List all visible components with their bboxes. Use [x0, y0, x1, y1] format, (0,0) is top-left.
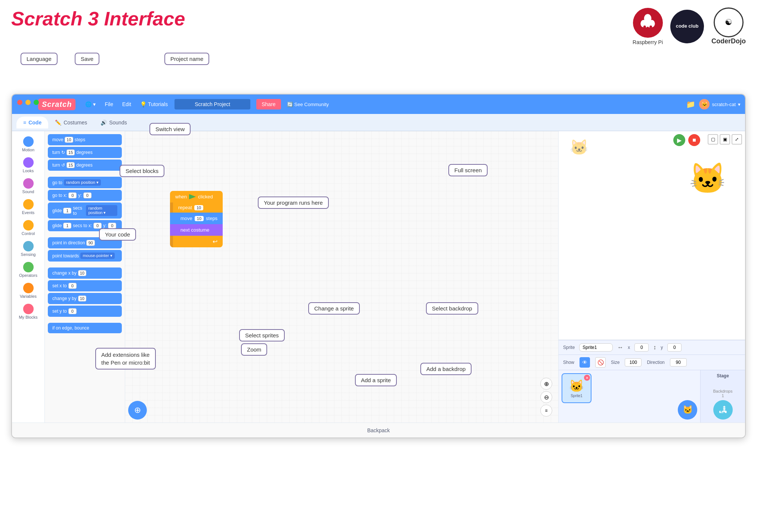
user-menu[interactable]: 🐱 scratch-cat ▾ [699, 99, 741, 109]
repeat-block[interactable]: repeat 10 [170, 202, 223, 213]
hat-block[interactable]: when clicked [170, 191, 223, 202]
green-flag-button[interactable]: ▶ [673, 134, 685, 146]
zoom-controls: ⊕ ⊖ ≡ [540, 378, 552, 417]
annotation-programruns: Your program runs here [258, 197, 329, 209]
workspace-background [125, 131, 558, 423]
stop-button[interactable]: ■ [688, 134, 700, 146]
annotation-yourcode: Your code [99, 228, 136, 241]
size-input[interactable] [625, 358, 642, 366]
repeat-end-cap: ↩ [170, 236, 223, 247]
sidebar-item-looks[interactable]: Looks [13, 155, 43, 175]
block-set-x[interactable]: set x to 0 [48, 280, 122, 291]
code-workspace[interactable]: when clicked repeat 10 move 10 [125, 131, 558, 423]
raspberry-pi-logo: Raspberry Pi [633, 8, 663, 45]
sidebar-item-sensing[interactable]: Sensing [13, 239, 43, 259]
block-turn-cw[interactable]: turn ↻ 15 degrees [48, 147, 122, 158]
maximize-button[interactable] [34, 100, 39, 105]
file-menu[interactable]: File [101, 99, 117, 109]
coderdojo-logo: ☯ CoderDojo [711, 7, 746, 45]
sensing-dot [23, 241, 34, 251]
sprite-item[interactable]: ✕ 🐱 Sprite1 [562, 373, 591, 403]
backpack-label: Backpack [367, 427, 390, 433]
block-point-towards[interactable]: point towards mouse-pointer ▾ [48, 250, 122, 262]
motion-dot [23, 136, 34, 147]
direction-label: Direction [647, 360, 664, 365]
code-club-label: code club [673, 20, 702, 33]
sound-tab-icon: 🔊 [101, 120, 107, 126]
show-eye-button[interactable]: 👁 [580, 357, 590, 368]
code-club-logo: code club [670, 10, 704, 43]
tab-sounds[interactable]: 🔊 Sounds [94, 117, 133, 129]
tab-code[interactable]: ≡ Code [16, 117, 48, 129]
annotation-addextensions: Add extensions like the Pen or micro:bit [95, 348, 156, 369]
sidebar-item-operators[interactable]: Operators [13, 260, 43, 280]
zoom-out-button[interactable]: ⊖ [540, 391, 552, 403]
myblocks-dot [23, 304, 34, 314]
scratch-logo: Scratch [38, 99, 75, 110]
add-sprite-button[interactable]: 🐱 [678, 400, 697, 420]
annotation-projectname: Project name [164, 53, 209, 65]
y-input[interactable] [667, 343, 682, 352]
sprite-delete-button[interactable]: ✕ [584, 375, 590, 381]
sidebar-item-variables[interactable]: Variables [13, 281, 43, 301]
stage-area: ▢ ▣ ⤢ ▶ ■ 🐱 🐱 [558, 131, 745, 423]
sprite-list: ✕ 🐱 Sprite1 [559, 370, 675, 423]
sprite-list-area: ✕ 🐱 Sprite1 🐱 Stage [559, 370, 745, 423]
sidebar-item-myblocks[interactable]: My Blocks [13, 301, 43, 322]
sidebar-item-control[interactable]: Control [13, 218, 43, 238]
hide-button[interactable]: 🚫 [595, 357, 606, 368]
sidebar-item-sound[interactable]: Sound [13, 176, 43, 196]
sidebar-item-motion[interactable]: Motion [13, 134, 43, 154]
sprite-name-input[interactable] [579, 343, 613, 352]
block-set-y[interactable]: set y to 0 [48, 306, 122, 317]
block-change-y[interactable]: change y by 10 [48, 293, 122, 304]
fullscreen-button[interactable]: ⤢ [732, 134, 742, 145]
share-button[interactable]: Share [256, 99, 281, 109]
svg-point-6 [646, 27, 649, 30]
block-turn-ccw[interactable]: turn ↺ 15 degrees [48, 160, 122, 171]
sidebar-item-events[interactable]: Events [13, 197, 43, 217]
block-move[interactable]: move 10 steps [48, 134, 122, 145]
stage-view-buttons: ▢ ▣ ⤢ [708, 134, 742, 145]
block-goto-xy[interactable]: go to x: 0 y: 0 [48, 190, 122, 201]
logos-area: Raspberry Pi code club ☯ CoderDojo [633, 7, 746, 45]
minimize-button[interactable] [25, 100, 31, 105]
add-backdrop-button[interactable]: 🏞 [713, 400, 733, 420]
sync-icon: 🔄 [287, 102, 293, 107]
block-change-x[interactable]: change x by 10 [48, 267, 122, 279]
edit-menu[interactable]: Edit [118, 99, 135, 109]
extensions-button[interactable]: ⊕ [128, 401, 147, 420]
stage-small-view[interactable]: ▢ [708, 134, 718, 145]
backdrops-count: 1 [722, 393, 724, 398]
show-label: Show [563, 360, 574, 365]
block-glide-random[interactable]: glide 1 secs to random position ▾ [48, 202, 122, 219]
scratch-tabbar: ≡ Code ✏️ Costumes 🔊 Sounds [12, 114, 745, 131]
x-input[interactable] [634, 343, 649, 352]
block-goto-random[interactable]: go to random position ▾ [48, 177, 122, 188]
sound-dot [23, 178, 34, 189]
sprite-props-row: Show 👁 🚫 Size Direction [559, 355, 745, 370]
community-link[interactable]: 🔄 See Community [287, 102, 329, 107]
sprite-in-stage: 🐱 [689, 161, 726, 196]
block-edge-bounce[interactable]: if on edge, bounce [48, 323, 122, 333]
zoom-in-button[interactable]: ⊕ [540, 378, 552, 390]
coderdojo-label: CoderDojo [711, 37, 746, 45]
scratch-bottombar: Backpack [12, 423, 745, 437]
size-label: Size [611, 360, 619, 365]
globe-button[interactable]: 🌐 ▾ [81, 99, 99, 109]
tutorials-menu[interactable]: 💡 Tutorials [136, 99, 172, 109]
next-costume-block[interactable]: next costume [170, 224, 223, 236]
move-block-workspace[interactable]: move 10 steps [170, 213, 223, 224]
folder-icon[interactable]: 📁 [686, 100, 695, 109]
zoom-reset-button[interactable]: ≡ [540, 405, 552, 417]
project-name-input[interactable] [174, 99, 250, 109]
backdrops-label: Backdrops [713, 389, 733, 393]
annotation-save: Save [75, 53, 99, 65]
category-sidebar: Motion Looks Sound Events [12, 131, 45, 423]
user-avatar: 🐱 [699, 99, 710, 109]
direction-input[interactable] [670, 358, 687, 366]
stage-large-view[interactable]: ▣ [720, 134, 730, 145]
close-button[interactable] [17, 100, 22, 105]
x-label: x [628, 345, 630, 350]
tab-costumes[interactable]: ✏️ Costumes [48, 117, 94, 129]
